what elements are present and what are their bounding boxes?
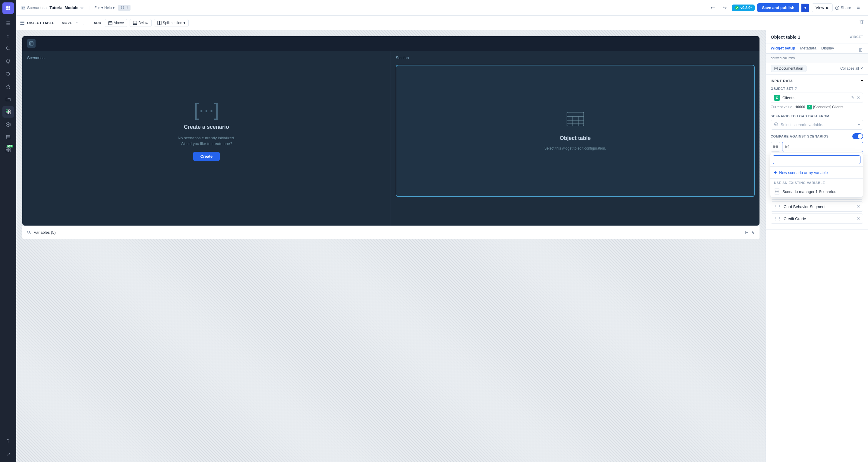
svg-rect-51: [776, 146, 778, 148]
module-icon: [27, 39, 36, 48]
redo-button[interactable]: ↪: [720, 3, 730, 13]
help-menu[interactable]: Help ▾: [104, 6, 115, 10]
object-set-input[interactable]: C Clients ✎ ×: [771, 93, 863, 103]
array-type-icon: [782, 142, 792, 152]
move-up-button[interactable]: ↑: [75, 19, 79, 27]
create-scenario-button[interactable]: Create: [193, 152, 220, 161]
breadcrumb-parent[interactable]: Scenarios: [27, 5, 44, 10]
sidebar-cube-icon[interactable]: [2, 119, 14, 130]
share-button[interactable]: Share: [835, 5, 851, 10]
save-publish-button[interactable]: Save and publish: [757, 3, 799, 12]
array-icon-button[interactable]: [771, 142, 780, 152]
panel-delete-button[interactable]: 🗑: [858, 46, 863, 53]
sidebar-folder-icon[interactable]: [2, 93, 14, 105]
sidebar-home-icon[interactable]: ⌂: [2, 30, 14, 41]
right-panel-title: Object table 1: [771, 34, 800, 39]
view-button[interactable]: View ▶: [812, 3, 833, 12]
right-panel-body: derived columns. Documentation Collapse …: [766, 54, 868, 462]
column-name-card-behavior: Card Behavior Segment: [784, 204, 855, 209]
below-button[interactable]: Below: [130, 19, 152, 27]
more-options-button[interactable]: ≡: [854, 3, 863, 13]
tab-widget-setup[interactable]: Widget setup: [771, 46, 795, 53]
save-publish-dropdown[interactable]: ▾: [801, 4, 809, 12]
sidebar-star-icon[interactable]: [2, 81, 14, 92]
sidebar-help-icon[interactable]: ?: [2, 435, 14, 447]
split-section-button[interactable]: Split section ▾: [154, 19, 189, 27]
split-section-label: Split section: [163, 21, 182, 25]
input-data-title: INPUT DATA: [771, 79, 793, 83]
current-value-row: Current value: 10000 C [Scenarios] Clien…: [771, 103, 863, 111]
sidebar-search-icon[interactable]: [2, 43, 14, 54]
file-menu[interactable]: File ▾: [94, 6, 103, 10]
variables-text[interactable]: Variables (5): [34, 230, 56, 235]
top-bar: Scenarios › Tutorial Module ☆ | File ▾ H…: [16, 0, 868, 16]
svg-rect-4: [8, 8, 10, 10]
svg-rect-26: [123, 8, 124, 9]
scenario-array-inner: [782, 142, 863, 152]
drag-handle-credit-grade[interactable]: ⋮⋮: [774, 216, 781, 221]
object-set-name: Clients: [782, 95, 849, 100]
undo-button[interactable]: ↩: [708, 3, 717, 13]
svg-rect-50: [773, 146, 775, 148]
move-down-button[interactable]: ↓: [82, 19, 86, 27]
input-data-header[interactable]: INPUT DATA ▾: [766, 75, 868, 87]
sidebar-layers-icon[interactable]: [2, 132, 14, 143]
scenario-load-select[interactable]: Select scenario variable... ▾: [771, 120, 863, 130]
compare-toggle[interactable]: [852, 133, 863, 139]
new-scenario-array-item[interactable]: + New scenario array variable: [770, 167, 863, 178]
sidebar-history-icon[interactable]: [2, 68, 14, 80]
breadcrumb-current: Tutorial Module: [50, 5, 79, 10]
clear-object-set-icon[interactable]: ×: [857, 95, 860, 100]
scenario-array-input[interactable]: [792, 143, 863, 151]
variables-filter-button[interactable]: ⊟: [745, 230, 749, 235]
dropdown-search-input[interactable]: [773, 155, 861, 164]
variables-bar: Variables (5) ⊟ ∧: [22, 226, 760, 239]
above-button[interactable]: Above: [105, 19, 127, 27]
derived-notice: derived columns.: [766, 54, 868, 62]
dropdown-search-area: [770, 153, 863, 167]
sidebar-expand-icon[interactable]: ↗: [2, 448, 14, 460]
widget-toolbar: ☰ OBJECT TABLE MOVE ↑ ↓ ADD Above Below …: [16, 16, 868, 30]
edit-object-set-icon[interactable]: ✎: [851, 95, 855, 100]
drag-handle-card-behavior[interactable]: ⋮⋮: [774, 204, 781, 209]
svg-rect-19: [22, 6, 25, 10]
sidebar-grid-icon[interactable]: [2, 106, 14, 118]
remove-credit-grade-icon[interactable]: ×: [857, 216, 860, 221]
scenarios-header: Scenarios: [27, 56, 386, 60]
sidebar-puzzle-icon[interactable]: NEW: [2, 144, 14, 155]
object-table-widget[interactable]: Object table Select this widget to edit …: [396, 65, 755, 197]
canvas[interactable]: Scenarios [···] Create a scenario No sce…: [16, 30, 766, 462]
existing-item-icon: [774, 189, 780, 195]
tab-display[interactable]: Display: [821, 46, 834, 53]
svg-marker-7: [6, 84, 10, 89]
object-set-field-label: OBJECT SET ?: [771, 87, 863, 91]
toolbar-add-label: ADD: [94, 21, 101, 25]
dropdown-section-label: USE AN EXISTING VARIABLE: [770, 178, 863, 186]
collapse-all-button[interactable]: Collapse all ✕: [840, 66, 863, 70]
remove-card-behavior-icon[interactable]: ×: [857, 204, 860, 209]
share-label: Share: [841, 5, 851, 10]
object-set-info-icon[interactable]: ?: [795, 87, 797, 91]
svg-rect-21: [24, 7, 25, 8]
svg-rect-1: [6, 6, 8, 8]
right-panel-header: Object table 1 WIDGET: [766, 30, 868, 44]
favorite-icon[interactable]: ☆: [80, 5, 84, 10]
toolbar-move-label: MOVE: [62, 21, 72, 25]
panel-toolbar: Documentation Collapse all ✕: [766, 62, 868, 75]
scenario-array-row: + New scenario array variable USE AN EXI…: [771, 142, 863, 152]
sidebar-bell-icon[interactable]: [2, 56, 14, 67]
input-data-section: INPUT DATA ▾ OBJECT SET ? C Clients ✎ ×: [766, 75, 868, 156]
variables-collapse-button[interactable]: ∧: [751, 230, 755, 235]
sidebar-menu-icon[interactable]: ☰: [2, 18, 14, 29]
svg-rect-9: [8, 110, 10, 112]
input-data-chevron: ▾: [861, 79, 863, 83]
compare-field-label: COMPARE AGAINST SCENARIOS: [771, 135, 829, 138]
delete-widget-button[interactable]: [859, 19, 864, 26]
toolbar-menu-icon[interactable]: ☰: [20, 20, 25, 26]
tab-metadata[interactable]: Metadata: [800, 46, 816, 53]
svg-rect-29: [108, 22, 112, 25]
section-header: Section: [396, 56, 755, 60]
existing-scenario-item[interactable]: Scenario manager 1 Scenarios: [770, 186, 863, 197]
documentation-button[interactable]: Documentation: [771, 65, 807, 72]
svg-rect-8: [6, 110, 8, 112]
